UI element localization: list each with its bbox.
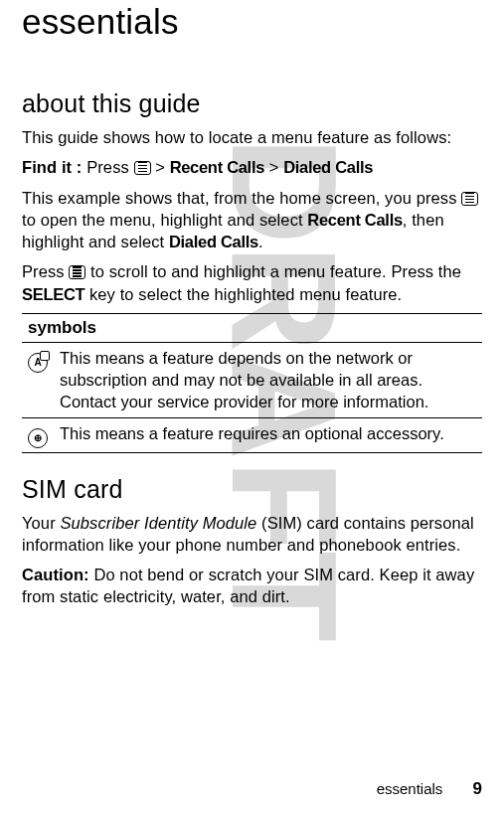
page-footer: essentials 9 [377, 779, 482, 799]
network-dependent-icon: A [28, 353, 48, 373]
about-p2: This example shows that, from the home s… [22, 187, 482, 253]
page-content: essentials about this guide This guide s… [22, 2, 482, 608]
menu-key-icon [461, 192, 478, 206]
p2d: . [258, 233, 263, 250]
p3-select: SELECT [22, 285, 84, 303]
about-p3: Press to scroll to and highlight a menu … [22, 260, 482, 305]
p3c: key to select the highlighted menu featu… [84, 285, 402, 303]
findit-gt2: > [264, 158, 283, 176]
findit-press: Press [82, 158, 133, 176]
p3a: Press [22, 262, 69, 280]
p2-recent: Recent Calls [307, 211, 402, 229]
symbols-row1: This means a feature depends on the netw… [54, 342, 482, 417]
menu-key-icon [69, 265, 85, 279]
sim-p1: Your Subscriber Identity Module (SIM) ca… [22, 512, 482, 557]
symbols-row2: This means a feature requires an optiona… [54, 417, 482, 452]
menu-key-icon [134, 161, 151, 175]
findit-gt1: > [151, 158, 170, 176]
table-row: A This means a feature depends on the ne… [22, 342, 482, 417]
find-it-line: Find it : Press > Recent Calls > Dialed … [22, 156, 482, 178]
caution-text: Do not bend or scratch your SIM card. Ke… [22, 566, 474, 605]
table-row: ⊕ This means a feature requires an optio… [22, 417, 482, 452]
accessory-required-icon: ⊕ [28, 428, 48, 448]
page-title: essentials [22, 2, 482, 42]
symbols-header: symbols [22, 313, 482, 342]
p2a: This example shows that, from the home s… [22, 189, 461, 207]
section-about-heading: about this guide [22, 89, 482, 118]
p2b: to open the menu, highlight and select [22, 211, 307, 229]
page-number: 9 [473, 779, 482, 798]
symbols-table: symbols A This means a feature depends o… [22, 313, 482, 453]
findit-recent: Recent Calls [170, 158, 264, 176]
p3b: to scroll to and highlight a menu featur… [85, 262, 461, 280]
sim-p1-em: Subscriber Identity Module [60, 514, 256, 532]
section-sim-heading: SIM card [22, 475, 482, 504]
p2-dialed: Dialed Calls [169, 233, 258, 250]
sim-p1a: Your [22, 514, 60, 532]
findit-label: Find it : [22, 158, 82, 176]
footer-label: essentials [377, 780, 443, 797]
findit-dialed: Dialed Calls [283, 158, 373, 176]
caution-label: Caution: [22, 566, 89, 583]
about-p1: This guide shows how to locate a menu fe… [22, 126, 482, 148]
sim-p2: Caution: Do not bend or scratch your SIM… [22, 564, 482, 608]
